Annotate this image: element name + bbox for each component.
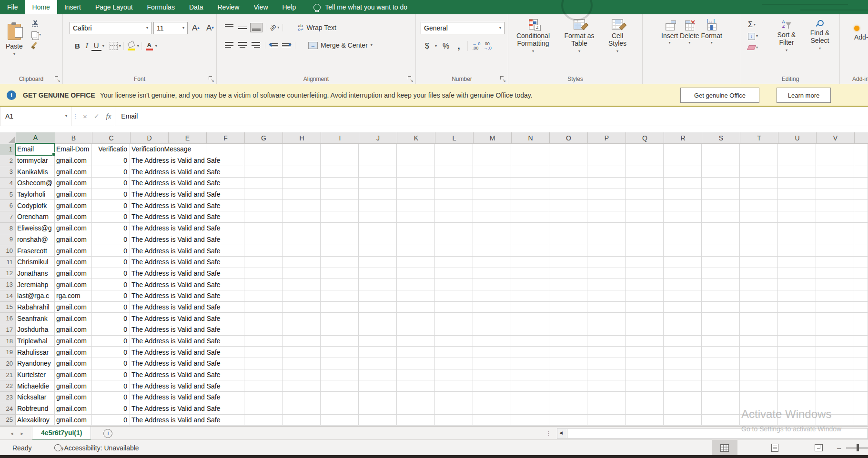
cell-empty[interactable] [283,211,321,223]
cell-A6[interactable]: Codyplofk [16,200,55,211]
cell-empty[interactable] [321,415,359,426]
cell-A23[interactable]: Nicksaltar [16,392,55,403]
cell-empty[interactable] [854,279,868,290]
cell-empty[interactable] [816,290,854,302]
cell-C11[interactable]: 0 [92,257,130,268]
cell-empty[interactable] [359,189,397,200]
cell-empty[interactable] [473,324,511,336]
font-dialog-launcher[interactable] [209,76,214,81]
cell-empty[interactable] [511,302,549,313]
cell-C23[interactable]: 0 [92,392,130,403]
cell-empty[interactable] [549,144,587,155]
cell-empty[interactable] [854,200,868,211]
cell-empty[interactable] [321,257,359,268]
cell-empty[interactable] [283,178,321,189]
fill-button[interactable]: ↓▾ [748,31,758,41]
cell-empty[interactable] [244,211,283,223]
alignment-dialog-launcher[interactable] [408,76,413,81]
cell-empty[interactable] [359,245,397,257]
row-header-21[interactable]: 21 [0,369,16,381]
column-header-E[interactable]: E [169,132,207,144]
middle-align-button[interactable] [237,23,248,32]
cell-empty[interactable] [702,392,740,403]
cell-C17[interactable]: 0 [92,324,130,336]
cell-empty[interactable] [702,403,740,415]
row-header-16[interactable]: 16 [0,313,16,324]
cell-empty[interactable] [587,178,626,189]
cell-empty[interactable] [664,369,702,381]
cell-empty[interactable] [740,200,778,211]
cell-C9[interactable]: 0 [92,234,130,246]
cell-empty[interactable] [626,380,664,392]
borders-button[interactable]: ▾ [110,42,121,50]
cell-empty[interactable] [321,358,359,369]
cell-A1[interactable]: Email [16,144,55,155]
format-painter-button[interactable] [31,42,39,49]
cell-empty[interactable] [397,336,435,347]
cell-empty[interactable] [587,324,626,336]
cell-empty[interactable] [816,380,854,392]
cell-empty[interactable] [397,178,435,189]
cell-D14[interactable]: The Address is Valid and Safe [130,290,244,302]
cell-empty[interactable] [244,279,283,290]
cell-A12[interactable]: Jonathans [16,268,55,279]
cell-empty[interactable] [702,155,740,167]
cell-empty[interactable] [740,302,778,313]
scroll-left-icon[interactable]: ◀ [559,430,563,435]
cell-empty[interactable] [816,234,854,246]
cell-empty[interactable] [854,234,868,246]
cell-empty[interactable] [435,347,473,358]
cell-empty[interactable] [511,290,549,302]
cell-empty[interactable] [397,380,435,392]
cell-empty[interactable] [511,380,549,392]
cell-empty[interactable] [740,403,778,415]
cell-empty[interactable] [854,369,868,381]
cell-empty[interactable] [511,211,549,223]
cell-D18[interactable]: The Address is Valid and Safe [130,336,244,347]
get-genuine-office-button[interactable]: Get genuine Office [680,88,759,103]
cell-empty[interactable] [854,144,868,155]
column-header-N[interactable]: N [512,132,550,144]
cell-empty[interactable] [740,392,778,403]
cell-empty[interactable] [283,234,321,246]
column-header-B[interactable]: B [55,132,92,144]
shrink-font-button[interactable]: A▾ [204,23,216,33]
cell-empty[interactable] [435,200,473,211]
column-header-D[interactable]: D [131,132,169,144]
cell-empty[interactable] [626,403,664,415]
cell-empty[interactable] [816,313,854,324]
delete-cells-button[interactable]: ✕ Delete ▾ [680,14,699,84]
cell-empty[interactable] [511,223,549,234]
cell-empty[interactable] [321,336,359,347]
cell-empty[interactable] [740,245,778,257]
cell-empty[interactable] [473,403,511,415]
cell-empty[interactable] [549,166,587,178]
cell-empty[interactable] [473,380,511,392]
cell-empty[interactable] [664,211,702,223]
cell-B7[interactable]: gmail.com [55,211,92,223]
tab-insert[interactable]: Insert [57,0,88,14]
cell-empty[interactable] [740,324,778,336]
cell-empty[interactable] [778,403,816,415]
cell-empty[interactable] [702,380,740,392]
format-cells-button[interactable]: |↔| Format ▾ [701,14,722,84]
cell-empty[interactable] [854,347,868,358]
cell-empty[interactable] [587,166,626,178]
cell-C19[interactable]: 0 [92,347,130,358]
cell-D21[interactable]: The Address is Valid and Safe [130,369,244,381]
cell-empty[interactable] [359,392,397,403]
cell-A9[interactable]: ronshah@ [16,234,55,246]
cell-C2[interactable]: 0 [92,155,130,167]
cell-empty[interactable] [473,200,511,211]
page-break-view-button[interactable] [806,440,831,456]
cell-empty[interactable] [397,358,435,369]
format-as-table-button[interactable]: Format as Table ▾ [558,14,601,84]
cell-empty[interactable] [511,324,549,336]
cell-empty[interactable] [435,324,473,336]
cell-empty[interactable] [511,279,549,290]
cell-empty[interactable] [359,257,397,268]
cell-empty[interactable] [740,257,778,268]
cell-empty[interactable] [283,347,321,358]
cell-C21[interactable]: 0 [92,369,130,381]
cell-empty[interactable] [283,268,321,279]
